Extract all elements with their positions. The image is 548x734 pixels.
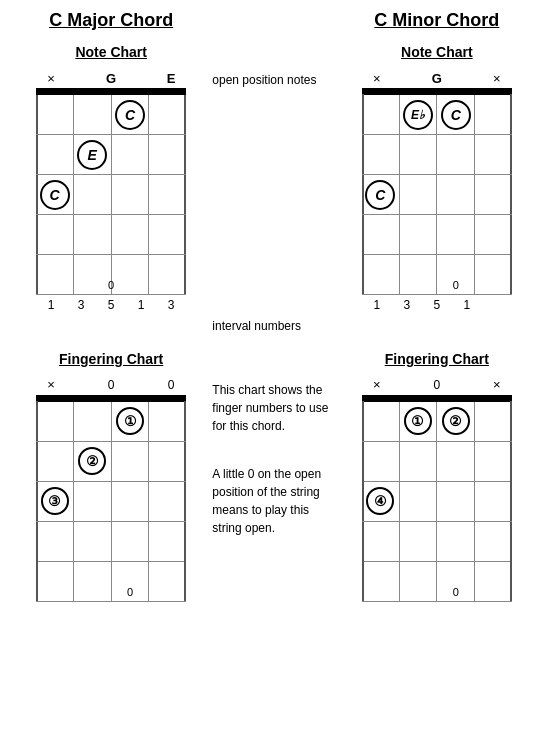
left-nc-note-E-f2: E [77,140,107,170]
left-fingering-title: Fingering Chart [59,351,163,367]
left-note-chart-title: Note Chart [75,44,147,60]
left-nc-note-C-f3: C [40,180,70,210]
open-position-label: open position notes [212,72,316,89]
fingering-desc: This chart shows the finger numbers to u… [212,381,335,435]
interval-numbers-label: interval numbers [212,319,301,333]
right-fg-finger-4: ④ [366,487,394,515]
left-fg-finger-2: ② [78,447,106,475]
right-nc-note-C-f3: C [365,180,395,210]
right-fingering-chart-section: Fingering Chart × 0 × [336,351,538,602]
left-nc-label-2: G [96,71,126,86]
page: C Major Chord C Minor Chord Note Chart ×… [0,0,548,734]
right-chord-title: C Minor Chord [336,10,538,31]
left-fg-finger-3: ③ [41,487,69,515]
right-note-chart-title: Note Chart [401,44,473,60]
right-fg-finger-2: ② [442,407,470,435]
left-nc-label-4: E [156,71,186,86]
right-nc-note-Eb: E♭ [403,100,433,130]
middle-column-top: open position notes interval numbers [212,44,335,333]
left-nc-label-0: × [36,71,66,86]
left-chord-title: C Major Chord [10,10,212,31]
right-nc-note-C-f1: C [441,100,471,130]
left-note-chart-section: Note Chart × G E [10,44,212,312]
middle-column-bottom: This chart shows the finger numbers to u… [212,351,335,537]
left-nc-note-C-f1: C [115,100,145,130]
right-note-chart-section: Note Chart × G × [336,44,538,312]
left-fingering-chart-section: Fingering Chart × 0 0 [10,351,212,602]
right-fingering-title: Fingering Chart [385,351,489,367]
open-zero-desc: A little 0 on the open position of the s… [212,465,335,537]
right-fg-finger-1: ① [404,407,432,435]
left-fg-finger-1: ① [116,407,144,435]
